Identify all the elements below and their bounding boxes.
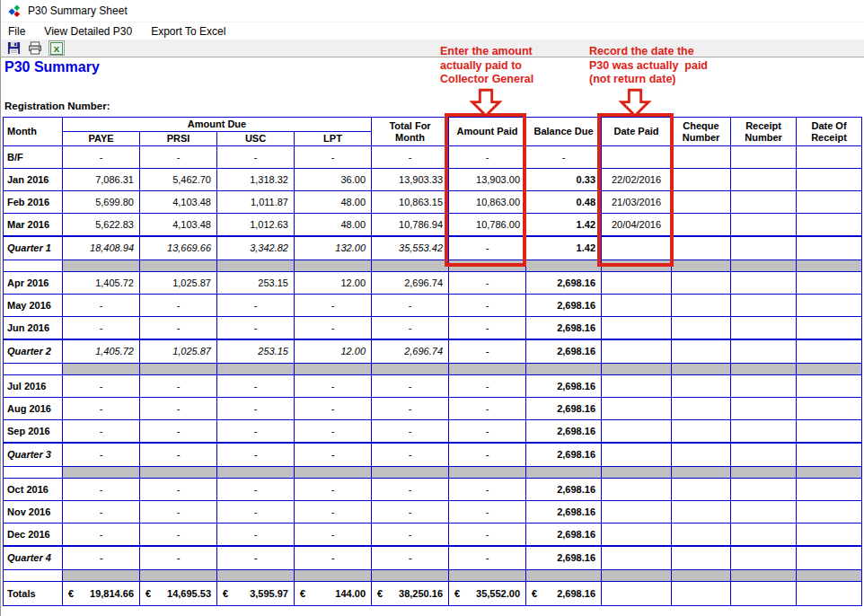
cell-quarter-2-balance-due: 2,698.16 — [526, 339, 602, 364]
totals-value: 3,595.97 — [250, 588, 288, 599]
cell-jun-2016-amount-paid[interactable]: - — [449, 317, 526, 339]
cell-dec-2016-amount-paid[interactable]: - — [449, 524, 526, 546]
cell-aug-2016-prsi: - — [140, 398, 217, 420]
cell-quarter-1-balance-due: 1.42 — [526, 236, 602, 260]
cell-jan-2016-receipt-number[interactable] — [731, 169, 797, 191]
cell-feb-2016-date-of-receipt[interactable] — [797, 191, 862, 214]
cell-feb-2016-amount-paid[interactable]: 10,863.00 — [449, 191, 526, 214]
cell-dec-2016-date-of-receipt[interactable] — [797, 524, 862, 546]
cell-apr-2016-paye: 1,405.72 — [63, 272, 140, 295]
cell-mar-2016-amount-paid[interactable]: 10,786.00 — [449, 214, 526, 236]
cell-jul-2016-date-paid[interactable] — [602, 375, 672, 398]
cell-may-2016-date-of-receipt[interactable] — [797, 295, 862, 317]
cell-quarter-4-usc: - — [217, 546, 295, 570]
cell-sep-2016-date-of-receipt[interactable] — [797, 420, 862, 443]
separator-cell — [672, 260, 731, 272]
cell-aug-2016-balance-due: 2,698.16 — [526, 398, 602, 420]
cell-apr-2016-amount-paid[interactable]: - — [449, 272, 526, 295]
cell-nov-2016-paye: - — [63, 501, 140, 524]
cell-aug-2016-date-of-receipt[interactable] — [797, 398, 862, 420]
cell-nov-2016-date-of-receipt[interactable] — [797, 501, 862, 524]
cell-jul-2016-cheque-number[interactable] — [672, 375, 731, 398]
cell-sep-2016-date-paid[interactable] — [602, 420, 672, 443]
cell-oct-2016-date-of-receipt[interactable] — [797, 479, 862, 501]
separator-cell — [63, 260, 140, 272]
cell-jan-2016-cheque-number[interactable] — [672, 169, 731, 191]
totals-value: 14,695.53 — [167, 588, 211, 599]
print-icon[interactable] — [27, 40, 43, 56]
cell-dec-2016-date-paid[interactable] — [602, 524, 672, 546]
cell-apr-2016-receipt-number[interactable] — [731, 272, 797, 295]
table-row-aug-2016: Aug 2016------2,698.16 — [4, 398, 862, 420]
cell-dec-2016-receipt-number[interactable] — [731, 524, 797, 546]
cell-feb-2016-date-paid[interactable]: 21/03/2016 — [602, 191, 672, 214]
cell-oct-2016-date-paid[interactable] — [602, 479, 672, 501]
cell-may-2016-date-paid[interactable] — [602, 295, 672, 317]
cell-aug-2016-cheque-number[interactable] — [672, 398, 731, 420]
cell-jan-2016-amount-paid[interactable]: 13,903.00 — [449, 169, 526, 191]
cell-jun-2016-total-for-month: - — [372, 317, 449, 339]
cell-nov-2016-cheque-number[interactable] — [672, 501, 731, 524]
cell-quarter-1-total-for-month: 35,553.42 — [372, 236, 449, 260]
cell-feb-2016-total-for-month: 10,863.15 — [372, 191, 449, 214]
cell-dec-2016-cheque-number[interactable] — [672, 524, 731, 546]
cell-jan-2016-date-of-receipt[interactable] — [797, 169, 862, 191]
cell-may-2016-amount-paid[interactable]: - — [449, 295, 526, 317]
cell-mar-2016-cheque-number[interactable] — [672, 214, 731, 236]
cell-nov-2016-amount-paid[interactable]: - — [449, 501, 526, 524]
cell-b-f-date-of-receipt[interactable] — [797, 146, 862, 169]
cell-nov-2016-receipt-number[interactable] — [731, 501, 797, 524]
cell-b-f-date-paid[interactable] — [602, 146, 672, 169]
cell-jul-2016-amount-paid[interactable]: - — [449, 375, 526, 398]
cell-b-f-amount-paid[interactable]: - — [449, 146, 526, 169]
cell-aug-2016-date-paid[interactable] — [602, 398, 672, 420]
cell-sep-2016-cheque-number[interactable] — [672, 420, 731, 443]
cell-quarter-4-date-of-receipt — [797, 546, 862, 570]
cell-oct-2016-receipt-number[interactable] — [731, 479, 797, 501]
cell-may-2016-receipt-number[interactable] — [731, 295, 797, 317]
cell-jul-2016-receipt-number[interactable] — [731, 375, 797, 398]
cell-quarter-3-lpt: - — [295, 443, 372, 467]
cell-jan-2016-date-paid[interactable]: 22/02/2016 — [602, 169, 672, 191]
save-icon[interactable] — [5, 40, 22, 56]
cell-mar-2016-balance-due: 1.42 — [526, 214, 602, 236]
menu-view-detailed-p30[interactable]: View Detailed P30 — [44, 25, 132, 38]
cell-b-f-receipt-number[interactable] — [731, 146, 797, 169]
euro-sign: € — [68, 588, 74, 599]
euro-sign: € — [377, 588, 383, 599]
euro-sign: € — [454, 588, 460, 599]
cell-oct-2016-amount-paid[interactable]: - — [449, 479, 526, 501]
cell-oct-2016-cheque-number[interactable] — [672, 479, 731, 501]
cell-quarter-1-receipt-number — [731, 236, 797, 260]
cell-aug-2016-amount-paid[interactable]: - — [449, 398, 526, 420]
separator-row — [4, 260, 862, 272]
menu-export-to-excel[interactable]: Export To Excel — [151, 25, 225, 38]
cell-sep-2016-receipt-number[interactable] — [731, 420, 797, 443]
cell-jun-2016-date-of-receipt[interactable] — [797, 317, 862, 339]
cell-jun-2016-date-paid[interactable] — [602, 317, 672, 339]
cell-quarter-2-date-paid — [602, 339, 672, 364]
cell-feb-2016-receipt-number[interactable] — [731, 191, 797, 214]
cell-apr-2016-date-of-receipt[interactable] — [797, 272, 862, 295]
cell-quarter-3-prsi: - — [140, 443, 217, 467]
cell-totals-balance-due: €2,698.16 — [526, 582, 602, 606]
cell-feb-2016-cheque-number[interactable] — [672, 191, 731, 214]
cell-sep-2016-amount-paid[interactable]: - — [449, 420, 526, 443]
cell-b-f-cheque-number[interactable] — [672, 146, 731, 169]
cell-totals-prsi: €14,695.53 — [140, 582, 217, 606]
cell-apr-2016-cheque-number[interactable] — [672, 272, 731, 295]
cell-may-2016-usc: - — [217, 295, 295, 317]
cell-aug-2016-receipt-number[interactable] — [731, 398, 797, 420]
cell-jun-2016-receipt-number[interactable] — [731, 317, 797, 339]
excel-icon[interactable]: X — [48, 40, 65, 56]
cell-apr-2016-date-paid[interactable] — [602, 272, 672, 295]
cell-nov-2016-date-paid[interactable] — [602, 501, 672, 524]
cell-jun-2016-cheque-number[interactable] — [672, 317, 731, 339]
cell-jul-2016-date-of-receipt[interactable] — [797, 375, 862, 398]
cell-jan-2016-paye: 7,086.31 — [63, 169, 140, 191]
cell-may-2016-cheque-number[interactable] — [672, 295, 731, 317]
cell-mar-2016-date-paid[interactable]: 20/04/2016 — [602, 214, 672, 236]
cell-mar-2016-date-of-receipt[interactable] — [797, 214, 862, 236]
menu-file[interactable]: File — [8, 25, 25, 38]
cell-mar-2016-receipt-number[interactable] — [731, 214, 797, 236]
